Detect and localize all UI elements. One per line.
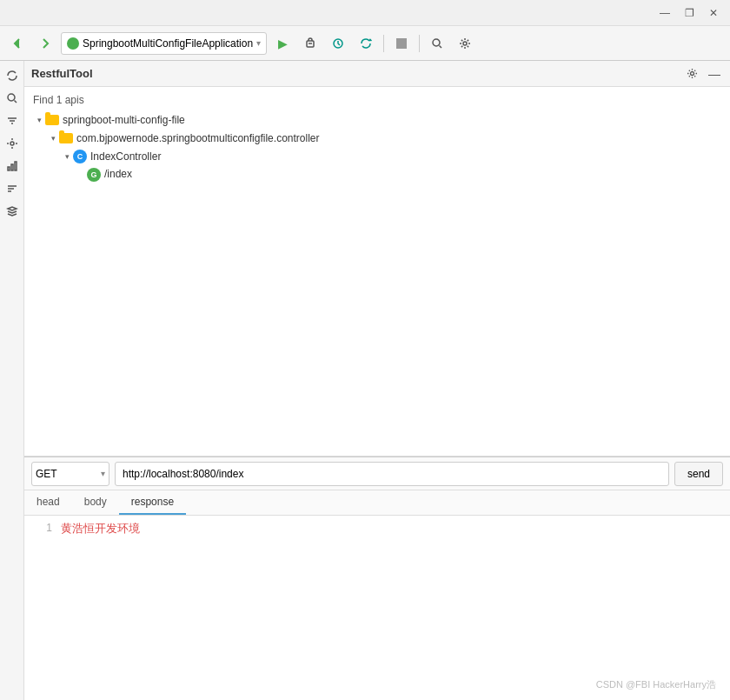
line-content-1: 黄浩恒开发环境 <box>61 521 140 537</box>
restful-actions: — <box>683 65 723 83</box>
search-button[interactable] <box>425 31 449 56</box>
response-area: 1 黄浩恒开发环境 <box>24 516 730 700</box>
package-folder-icon <box>59 133 73 143</box>
app-container: RestfulTool — Find 1 apis springboot-mul… <box>0 61 730 700</box>
maximize-button[interactable]: ❐ <box>680 4 699 22</box>
run-button[interactable]: ▶ <box>270 31 295 56</box>
tree-node-package[interactable]: com.bjpowernode.springbootmulticonfigfil… <box>24 130 730 148</box>
run-config-selector[interactable]: SpringbootMultiConfigFileApplication ▾ <box>61 32 267 55</box>
coverage-button[interactable] <box>326 31 350 56</box>
expand-arrow-icon-3 <box>61 150 73 163</box>
tab-response[interactable]: response <box>119 490 186 515</box>
expand-arrow-icon-2 <box>47 132 59 144</box>
sidebar-icon-sort[interactable] <box>3 179 22 198</box>
window-controls: — ❐ ✕ <box>655 4 723 22</box>
svg-rect-4 <box>396 38 407 49</box>
restful-tool-header: RestfulTool — <box>24 61 730 87</box>
debug-button[interactable] <box>298 31 322 56</box>
request-panel: GET ▾ send head body response 1 黄浩恒开发环境 <box>24 457 730 700</box>
svg-point-13 <box>10 142 14 145</box>
sidebar-icon-chart[interactable] <box>3 157 22 176</box>
back-button[interactable] <box>5 31 30 56</box>
watermark: CSDN @FBI HackerHarry浩 <box>596 678 716 691</box>
settings-button[interactable] <box>453 31 477 56</box>
tree-node-controller[interactable]: C IndexController <box>24 148 730 166</box>
method-badge-g: G <box>87 168 101 182</box>
response-line-1: 1 黄浩恒开发环境 <box>24 519 730 538</box>
svg-point-5 <box>433 39 440 46</box>
svg-point-0 <box>70 40 76 47</box>
svg-point-8 <box>8 94 15 101</box>
svg-point-7 <box>463 42 467 45</box>
sidebar-icon-filter[interactable] <box>3 111 22 130</box>
svg-line-6 <box>440 45 442 48</box>
restful-settings-button[interactable] <box>683 65 700 83</box>
api-summary: Find 1 apis <box>24 92 730 111</box>
title-bar: — ❐ ✕ <box>0 0 730 26</box>
sidebar-icon-refresh[interactable] <box>3 66 22 85</box>
run-config-label: SpringbootMultiConfigFileApplication <box>83 37 253 50</box>
restful-minimize-button[interactable]: — <box>706 65 723 83</box>
svg-rect-15 <box>11 164 13 170</box>
tree-node-endpoint[interactable]: G /index <box>24 165 730 183</box>
method-selector[interactable]: GET ▾ <box>31 462 110 486</box>
sidebar-icon-search[interactable] <box>3 89 22 108</box>
api-tree: Find 1 apis springboot-multi-config-file… <box>24 87 730 457</box>
stop-button[interactable] <box>389 31 414 56</box>
line-number-1: 1 <box>31 521 52 534</box>
minimize-button[interactable]: — <box>655 4 674 22</box>
svg-rect-14 <box>8 167 10 170</box>
sidebar-icon-layers[interactable] <box>3 202 22 221</box>
request-tabs: head body response <box>24 490 730 516</box>
main-toolbar: SpringbootMultiConfigFileApplication ▾ ▶ <box>0 26 730 61</box>
folder-icon <box>45 115 59 125</box>
package-label: com.bjpowernode.springbootmulticonfigfil… <box>76 131 319 146</box>
svg-point-20 <box>690 72 694 76</box>
controller-badge-c: C <box>73 150 87 163</box>
endpoint-label: /index <box>104 167 132 182</box>
method-dropdown-arrow-icon: ▾ <box>101 469 105 478</box>
tab-head[interactable]: head <box>24 490 72 515</box>
restful-tool-title: RestfulTool <box>31 67 93 80</box>
reload-button[interactable] <box>354 31 378 56</box>
dropdown-arrow-icon: ▾ <box>256 38 261 48</box>
toolbar-separator <box>383 35 384 52</box>
run-config-icon <box>67 37 79 50</box>
url-input[interactable] <box>115 462 669 486</box>
forward-button[interactable] <box>33 31 57 56</box>
tree-node-project[interactable]: springboot-multi-config-file <box>24 111 730 130</box>
svg-line-9 <box>14 101 17 103</box>
expand-arrow-icon <box>33 114 45 126</box>
toolbar-separator-2 <box>419 35 420 52</box>
svg-rect-16 <box>15 162 17 170</box>
close-button[interactable]: ✕ <box>704 4 723 22</box>
controller-label: IndexController <box>90 150 161 164</box>
tab-body[interactable]: body <box>72 490 119 515</box>
sidebar-icon-settings[interactable] <box>3 134 22 153</box>
left-sidebar <box>0 61 24 700</box>
main-panel: RestfulTool — Find 1 apis springboot-mul… <box>24 61 730 700</box>
request-bar: GET ▾ send <box>24 457 730 490</box>
send-button[interactable]: send <box>674 462 723 486</box>
method-label: GET <box>36 468 57 480</box>
project-label: springboot-multi-config-file <box>63 113 185 128</box>
